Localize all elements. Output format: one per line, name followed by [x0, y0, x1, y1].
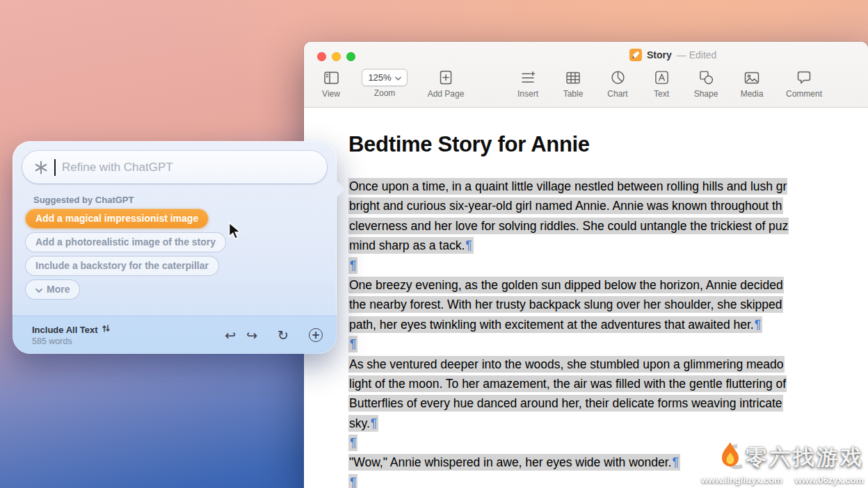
chart-icon	[597, 68, 638, 87]
document-line: One breezy evening, as the golden sun di…	[348, 278, 868, 298]
minimize-button[interactable]	[332, 52, 341, 61]
watermark-url-1: www.lingliuyx.com	[701, 475, 782, 485]
more-button[interactable]: More	[26, 280, 79, 299]
close-button[interactable]	[317, 52, 326, 61]
chevron-down-icon	[395, 72, 401, 83]
watermark: 零六找游戏 www.lingliuyx.com www.06zyx.com	[701, 441, 864, 485]
suggestion-chip[interactable]: Add a photorealistic image of the story	[26, 233, 225, 252]
chatgpt-refine-popup: Refine with ChatGPT Suggested by ChatGPT…	[13, 141, 337, 354]
toolbar-shape[interactable]: Shape	[685, 68, 727, 99]
pilcrow-mark: ¶	[349, 259, 357, 273]
zoom-dropdown[interactable]: 125%	[362, 69, 408, 86]
document-line: ¶	[348, 259, 868, 278]
updown-arrows-icon	[102, 324, 110, 335]
pilcrow-mark: ¶	[349, 436, 357, 450]
document-line: sky.¶	[348, 416, 868, 436]
toolbar-insert[interactable]: Insert	[507, 68, 549, 99]
suggestion-chip[interactable]: Add a magical impressionist image	[26, 209, 208, 228]
toolbar: View125%ZoomAdd PageInsertTableChartText…	[310, 68, 868, 108]
undo-button[interactable]: ↩	[225, 329, 236, 342]
suggestion-list: Add a magical impressionist imageAdd a p…	[26, 209, 225, 299]
chatgpt-logo-icon	[33, 160, 49, 175]
toolbar-label: Insert	[507, 89, 549, 99]
popup-actions: ↩ ↪ ↻ +	[225, 328, 323, 342]
document-line: cleverness and her love for solving ridd…	[348, 219, 868, 238]
pilcrow-mark: ¶	[465, 238, 472, 252]
document-line: bright and curious six-year-old girl nam…	[348, 199, 868, 218]
redo-button[interactable]: ↪	[246, 329, 257, 342]
include-all-text-control[interactable]: Include All Text	[32, 324, 225, 335]
comment-icon	[777, 68, 831, 87]
document-line: the nearby forest. With her trusty backp…	[348, 298, 868, 317]
word-count: 585 words	[32, 336, 225, 346]
toolbar-add-page[interactable]: Add Page	[417, 68, 475, 99]
toolbar-label: Shape	[685, 89, 727, 99]
document-canvas[interactable]: Bedtime Story for Annie Once upon a time…	[304, 108, 868, 488]
toolbar-label: Table	[553, 89, 593, 99]
window-title: Story — Edited	[629, 48, 716, 62]
flame-logo-icon	[716, 441, 744, 474]
document-name: Story	[647, 49, 672, 60]
retry-button[interactable]: ↻	[278, 329, 289, 342]
pilcrow-mark: ¶	[349, 337, 357, 351]
document-line: Once upon a time, in a quaint little vil…	[348, 179, 868, 199]
toolbar-text[interactable]: Text	[642, 68, 681, 99]
document-line: path, her eyes twinkling with excitement…	[348, 318, 868, 337]
pages-app-icon	[629, 49, 642, 61]
window-header[interactable]: Story — Edited View125%ZoomAdd PageInser…	[304, 42, 868, 108]
toolbar-media[interactable]: Media	[731, 68, 773, 99]
watermark-url-2: www.06zyx.com	[795, 475, 864, 485]
document-line: mind sharp as a tack.¶	[348, 238, 868, 258]
window-controls	[317, 52, 355, 61]
document-line: Butterflies of every hue danced around h…	[348, 396, 868, 416]
text-caret	[54, 159, 56, 176]
edited-status: — Edited	[677, 49, 717, 60]
toolbar-label: Zoom	[357, 88, 412, 98]
document-line: ¶	[348, 337, 868, 357]
add-page-icon	[417, 68, 475, 87]
add-button[interactable]: +	[309, 328, 323, 342]
suggested-by-label: Suggested by ChatGPT	[33, 195, 134, 205]
toolbar-zoom[interactable]: 125%Zoom	[357, 68, 412, 98]
zoom-value: 125%	[368, 72, 391, 83]
toolbar-label: Text	[642, 89, 681, 99]
pilcrow-mark: ¶	[370, 416, 378, 430]
shape-icon	[685, 68, 727, 87]
document-title: Bedtime Story for Annie	[348, 131, 868, 158]
refine-input-placeholder: Refine with ChatGPT	[62, 161, 173, 174]
popup-footer: Include All Text 585 words ↩ ↪ ↻ +	[13, 316, 337, 354]
mouse-cursor	[227, 222, 242, 243]
insert-icon	[507, 68, 549, 87]
sidebar-icon	[310, 68, 353, 87]
pages-window: Story — Edited View125%ZoomAdd PageInser…	[304, 42, 868, 488]
text-icon	[642, 68, 681, 87]
pilcrow-mark: ¶	[754, 318, 762, 332]
table-icon	[553, 68, 593, 87]
refine-input[interactable]: Refine with ChatGPT	[22, 151, 327, 184]
fullscreen-button[interactable]	[346, 52, 355, 61]
toolbar-chart[interactable]: Chart	[597, 68, 638, 99]
toolbar-table[interactable]: Table	[553, 68, 593, 99]
include-all-text-label: Include All Text	[32, 325, 98, 335]
toolbar-label: Add Page	[417, 89, 475, 99]
toolbar-view[interactable]: View	[310, 68, 353, 99]
chevron-down-icon	[35, 284, 42, 295]
media-icon	[731, 68, 773, 87]
more-button-label: More	[47, 284, 70, 295]
toolbar-comment[interactable]: Comment	[777, 68, 831, 99]
toolbar-label: Chart	[597, 89, 638, 99]
toolbar-label: View	[310, 89, 353, 99]
toolbar-label: Comment	[777, 89, 831, 99]
document-line: As she ventured deeper into the woods, s…	[348, 357, 868, 377]
popup-pointer	[336, 180, 345, 198]
suggestion-chip[interactable]: Include a backstory for the caterpillar	[26, 257, 218, 275]
pilcrow-mark: ¶	[349, 475, 357, 488]
document-line: light of the moon. To her amazement, the…	[348, 377, 868, 396]
watermark-brand: 零六找游戏	[746, 443, 864, 472]
toolbar-label: Media	[731, 89, 773, 99]
pilcrow-mark: ¶	[671, 455, 679, 469]
